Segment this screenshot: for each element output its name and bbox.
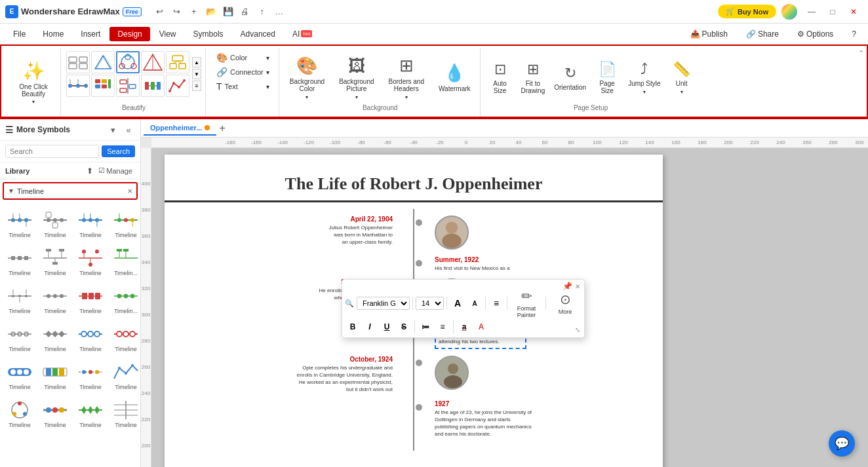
unit-button[interactable]: 📏 Unit ▾ [666, 58, 698, 98]
style-btn-2[interactable] [91, 51, 115, 73]
menu-advanced[interactable]: Advanced [233, 27, 283, 41]
list-item[interactable]: Timeline [109, 205, 140, 242]
save-button[interactable]: 💾 [220, 4, 236, 20]
list-item[interactable]: Timeline [109, 395, 140, 432]
toolbar-pin-close-button[interactable]: 📌 [562, 281, 572, 291]
format-painter-button[interactable]: ✏ Format Painter [510, 289, 543, 318]
borders-headers-button[interactable]: ⊞ Borders and Headers ▾ [382, 53, 431, 103]
redo-button[interactable]: ↪ [169, 4, 185, 20]
scroll-up-button[interactable]: ▲ [192, 57, 201, 67]
list-item[interactable]: Timeline [73, 357, 108, 394]
canvas[interactable]: The Life of Robert J. Oppenheimer April … [151, 148, 868, 467]
list-item[interactable]: Timeline [3, 205, 37, 242]
style-btn-9[interactable] [141, 75, 165, 97]
style-btn-8[interactable] [116, 75, 140, 97]
font-color-button[interactable]: A [473, 319, 489, 335]
menu-design[interactable]: Design [109, 27, 149, 41]
list-item[interactable]: Timeline [73, 281, 108, 318]
scroll-down-button[interactable]: ▼ [192, 69, 201, 79]
jump-style-button[interactable]: ⤴ Jump Style ▾ [624, 58, 664, 98]
color-button[interactable]: 🎨 Color ▾ [212, 51, 273, 64]
italic-button[interactable]: I [362, 319, 378, 335]
add-tab-button[interactable]: + [216, 122, 227, 134]
list-item[interactable]: Timeline [38, 395, 72, 432]
print-button[interactable]: 🖨 [237, 4, 253, 20]
avatar[interactable] [781, 4, 797, 20]
options-button[interactable]: ⚙ Options [791, 27, 840, 41]
minimize-button[interactable]: — [802, 5, 821, 19]
ribbon-collapse-button[interactable]: ⌃ [858, 49, 864, 58]
auto-size-button[interactable]: ⊡ Auto Size [484, 58, 516, 97]
buy-now-button[interactable]: 🛒 Buy Now [718, 5, 776, 18]
style-btn-7[interactable] [91, 75, 115, 97]
list-item[interactable]: Timelin... [109, 281, 140, 318]
list-item[interactable]: Timeline [73, 319, 108, 356]
undo-button[interactable]: ↩ [152, 4, 168, 20]
grow-text-button[interactable]: A [450, 295, 465, 311]
orientation-button[interactable]: ↻ Orientation [550, 62, 590, 94]
toolbar-close-button[interactable]: ✕ [572, 281, 583, 291]
sidebar-dropdown-button[interactable]: ▾ [106, 123, 119, 136]
close-button[interactable]: ✕ [844, 5, 863, 19]
list-item[interactable]: Timeline [73, 395, 108, 432]
list-item[interactable]: Timeline [73, 243, 108, 280]
list-item[interactable]: Timeline [38, 319, 72, 356]
list-item[interactable]: Timeline [3, 281, 37, 318]
list-item[interactable]: Timeline [3, 357, 37, 394]
shrink-text-button[interactable]: A [467, 295, 483, 311]
strikethrough-button[interactable]: S [396, 319, 412, 335]
list-item[interactable]: Timeline [38, 243, 72, 280]
style-btn-4[interactable] [141, 51, 165, 73]
list-item[interactable]: Timeline [38, 205, 72, 242]
manage-button[interactable]: ☑ Manage [96, 165, 135, 176]
toolbar-resize-button[interactable]: ⤡ [575, 326, 580, 333]
list-item[interactable]: Timeline [109, 357, 140, 394]
maximize-button[interactable]: □ [823, 5, 842, 19]
fit-to-drawing-button[interactable]: ⊞ Fit to Drawing [517, 58, 549, 97]
menu-view[interactable]: View [151, 27, 184, 41]
list-item[interactable]: Timeline [73, 205, 108, 242]
ordered-list-button[interactable]: ≔ [418, 319, 433, 335]
background-picture-button[interactable]: 🖼 Background Picture ▾ [332, 53, 380, 103]
more-button[interactable]: ⊙ More [549, 289, 582, 318]
menu-symbols[interactable]: Symbols [186, 27, 231, 41]
publish-button[interactable]: 📤 Publish [684, 27, 734, 41]
list-item[interactable]: Timeline [3, 319, 37, 356]
one-click-beautify-button[interactable]: ✨ One Click Beautify ▾ [10, 58, 56, 107]
list-item[interactable]: Timeline [109, 319, 140, 356]
list-item[interactable]: Timeline [38, 281, 72, 318]
canvas-tab-oppenheimer[interactable]: Oppenheimer... [144, 121, 216, 136]
style-btn-5[interactable] [166, 51, 189, 73]
sidebar-collapse-button[interactable]: « [122, 123, 135, 136]
background-color-button[interactable]: 🎨 Background Color ▾ [283, 53, 331, 103]
watermark-button[interactable]: 💧 Watermark [432, 60, 477, 95]
font-family-select[interactable]: Franklin G [357, 297, 410, 310]
underline-button[interactable]: U [379, 319, 395, 335]
menu-home[interactable]: Home [35, 27, 71, 41]
new-button[interactable]: + [186, 4, 202, 20]
search-input[interactable] [5, 145, 99, 158]
export-button[interactable]: ↑ [254, 4, 270, 20]
list-item[interactable]: Timeline [3, 243, 37, 280]
scroll-expand-button[interactable]: ≡ [192, 81, 201, 91]
connector-button[interactable]: 🔗 Connector ▾ [212, 65, 273, 79]
menu-insert[interactable]: Insert [73, 27, 108, 41]
more-quick-btn[interactable]: … [271, 4, 287, 20]
text-underline-color-button[interactable]: a [456, 319, 472, 335]
page-size-button[interactable]: 📄 Page Size [591, 58, 623, 97]
list-item[interactable]: Timeline [38, 357, 72, 394]
timeline-close-button[interactable]: × [127, 186, 132, 196]
menu-ai[interactable]: AI hot [285, 27, 320, 41]
style-btn-3[interactable] [116, 51, 140, 73]
list-item[interactable]: Timelin... [109, 243, 140, 280]
unordered-list-button[interactable]: ≡ [435, 319, 450, 335]
align-button[interactable]: ≡ [488, 295, 504, 311]
style-btn-6[interactable] [66, 75, 90, 97]
font-size-select[interactable]: 14 [416, 297, 444, 310]
share-button[interactable]: 🔗 Share [740, 27, 785, 41]
chat-button[interactable]: 💬 [829, 430, 855, 457]
style-btn-1[interactable] [66, 51, 90, 73]
list-item[interactable]: Timeline [3, 395, 37, 432]
text-button[interactable]: T Text ▾ [212, 80, 273, 93]
open-button[interactable]: 📂 [203, 4, 219, 20]
